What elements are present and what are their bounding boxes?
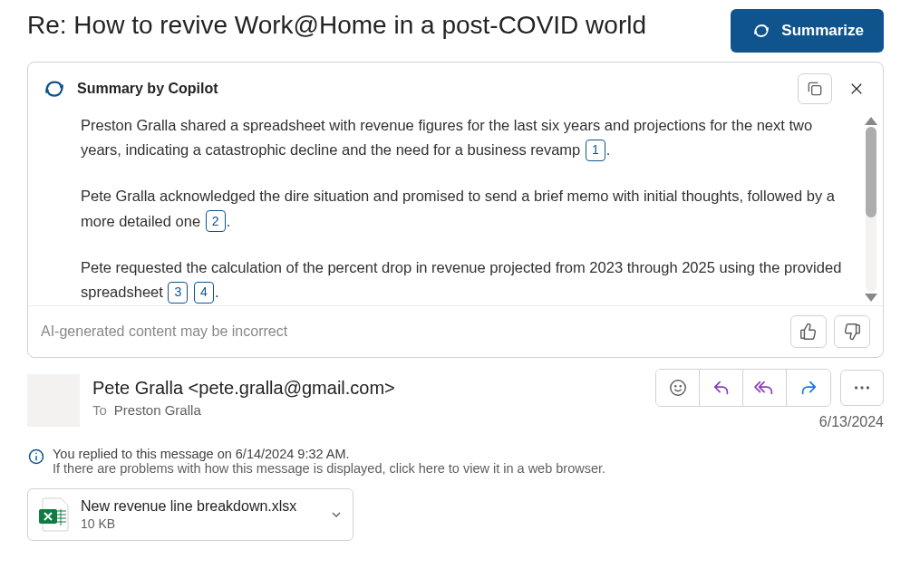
- summary-paragraph: Pete requested the calculation of the pe…: [81, 255, 852, 304]
- email-subject: Re: How to revive Work@Home in a post-CO…: [27, 9, 716, 42]
- summarize-label: Summarize: [781, 22, 864, 40]
- svg-point-3: [680, 386, 681, 387]
- to-label: To: [92, 402, 107, 418]
- email-header: Pete Gralla <pete.gralla@gmail.com> ToPr…: [27, 374, 884, 427]
- email-date: 6/13/2024: [819, 414, 884, 430]
- info-bar: You replied to this message on 6/14/2024…: [27, 447, 884, 476]
- attachment-name: New revenue line breakdown.xlsx: [81, 498, 318, 515]
- scrollbar[interactable]: [863, 113, 883, 305]
- attachment[interactable]: New revenue line breakdown.xlsx 10 KB: [27, 488, 353, 541]
- reference-badge[interactable]: 2: [206, 210, 226, 232]
- panel-title: Summary by Copilot: [77, 81, 789, 97]
- excel-icon: [37, 496, 70, 533]
- view-browser-link[interactable]: If there are problems with how this mess…: [53, 461, 605, 476]
- attachment-size: 10 KB: [81, 516, 318, 531]
- more-actions-button[interactable]: [840, 370, 884, 406]
- summarize-button[interactable]: Summarize: [731, 9, 884, 53]
- thumbs-up-button[interactable]: [790, 315, 827, 348]
- reference-badge[interactable]: 4: [194, 282, 214, 304]
- reference-badge[interactable]: 1: [586, 140, 605, 161]
- forward-button[interactable]: [787, 370, 830, 406]
- info-icon: [27, 448, 45, 466]
- ai-disclaimer: AI-generated content may be incorrect: [41, 323, 783, 340]
- svg-point-1: [670, 381, 685, 396]
- reply-info-text: You replied to this message on 6/14/2024…: [53, 447, 605, 461]
- scroll-track[interactable]: [866, 127, 876, 292]
- avatar: [27, 374, 80, 427]
- summary-paragraph: Pete Gralla acknowledged the dire situat…: [81, 184, 852, 233]
- copy-button[interactable]: [798, 73, 832, 104]
- to-recipient: Preston Gralla: [114, 402, 201, 418]
- close-button[interactable]: [845, 77, 868, 101]
- react-button[interactable]: [656, 370, 700, 406]
- svg-point-9: [35, 452, 37, 454]
- action-toolbar: [655, 369, 831, 407]
- scroll-thumb[interactable]: [866, 127, 876, 217]
- scroll-down-icon[interactable]: [865, 294, 877, 302]
- reference-badge[interactable]: 3: [168, 282, 188, 304]
- chevron-down-icon[interactable]: [329, 507, 344, 522]
- reply-button[interactable]: [700, 370, 743, 406]
- svg-rect-0: [812, 86, 821, 95]
- copilot-icon: [41, 75, 68, 102]
- copilot-icon: [751, 20, 772, 42]
- svg-point-6: [867, 386, 869, 389]
- summary-content: Preston Gralla shared a spreadsheet with…: [28, 113, 863, 305]
- scroll-up-icon[interactable]: [865, 117, 877, 125]
- svg-point-4: [855, 386, 857, 389]
- reply-all-button[interactable]: [743, 370, 787, 406]
- summary-paragraph: Preston Gralla shared a spreadsheet with…: [81, 113, 852, 162]
- svg-point-5: [860, 386, 863, 389]
- thumbs-down-button[interactable]: [834, 315, 870, 348]
- copilot-summary-panel: Summary by Copilot Preston Gra: [27, 62, 884, 358]
- svg-point-2: [674, 386, 675, 387]
